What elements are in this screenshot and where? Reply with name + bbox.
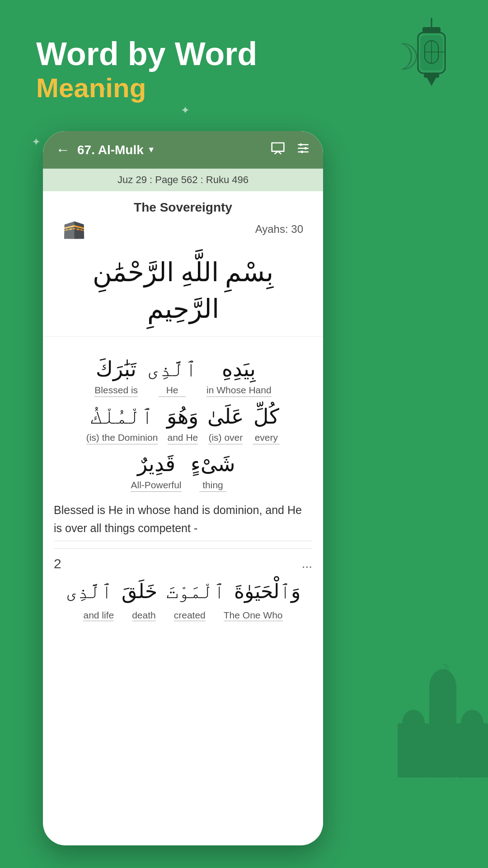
app-header: ← 67. Al-Mulk ▼: [43, 131, 323, 169]
bismillah-text: بِسْمِ اللَّهِ الرَّحْمَٰنِ الرَّحِيمِ: [54, 254, 312, 327]
word-item: ٱلَّذِى He: [147, 356, 197, 397]
word-meaning: in Whose Hand: [206, 385, 272, 397]
svg-point-19: [300, 143, 302, 146]
back-button[interactable]: ←: [56, 142, 70, 158]
header-right: [271, 141, 310, 159]
ayah2-arabic-row: وَٱلْحَيَوٰةَ ٱلْمَوْتَ خَلَقَ ٱلَّذِى: [54, 575, 312, 606]
arabic-word: وَٱلْحَيَوٰةَ: [234, 579, 300, 604]
juz-info-bar: Juz 29 : Page 562 : Ruku 496: [43, 169, 323, 191]
word-meaning: (is) over: [208, 432, 243, 444]
arabic-word: ٱلَّذِى: [66, 579, 113, 604]
svg-point-12: [402, 710, 425, 737]
ayah1-arabic-row2: كُلِّ every عَلَىٰ (is) over وَهُوَ and …: [54, 399, 312, 446]
arabic-word: وَهُوَ: [167, 403, 198, 430]
arabic-word: كُلِّ: [253, 403, 279, 430]
svg-point-14: [461, 710, 483, 737]
word-item: ٱلْمَوْتَ: [166, 579, 225, 604]
arabic-word: تَبَٰرَكَ: [96, 356, 136, 383]
main-subtitle: Meaning: [36, 72, 257, 104]
arabic-word: ٱلْمَوْتَ: [166, 579, 225, 604]
header-left: ← 67. Al-Mulk ▼: [56, 142, 155, 158]
svg-point-10: [429, 669, 456, 705]
word-item: قَدِيرٌ All-Powerful: [131, 451, 181, 492]
main-title: Word by Word: [36, 36, 257, 72]
svg-rect-7: [424, 73, 439, 78]
word-item: وَٱلْحَيَوٰةَ: [234, 579, 300, 604]
quran-content-area: بِيَدِهِ in Whose Hand ٱلَّذِى He تَبَٰر…: [43, 337, 323, 632]
lantern-icon: [411, 18, 452, 90]
word-meaning: He: [159, 385, 186, 397]
surah-english-name: The Sovereignty: [54, 200, 312, 215]
svg-rect-11: [398, 723, 429, 778]
arabic-word: قَدِيرٌ: [137, 451, 175, 478]
svg-rect-13: [456, 723, 488, 778]
sparkle-icon: ✦: [32, 136, 41, 148]
word-item: تَبَٰرَكَ Blessed is: [94, 356, 138, 397]
word-meaning: Blessed is: [94, 385, 138, 397]
svg-point-21: [301, 151, 303, 153]
word-item: عَلَىٰ (is) over: [207, 403, 244, 444]
settings-icon[interactable]: [296, 141, 310, 159]
surah-name-label: 67. Al-Mulk: [77, 143, 144, 157]
word-meaning: The One Who: [224, 610, 283, 621]
ayah2-meanings-row: and life death created The One Who: [54, 606, 312, 625]
svg-rect-3: [420, 35, 443, 71]
arabic-word: خَلَقَ: [122, 579, 157, 604]
kaaba-icon: 🕋: [63, 218, 85, 240]
svg-rect-2: [418, 33, 445, 73]
svg-rect-1: [422, 27, 441, 33]
svg-text:☽: ☽: [437, 661, 450, 676]
crescent-moon-icon: ☽: [388, 36, 420, 78]
word-meaning: every: [253, 432, 280, 444]
word-meaning: (is) the Dominion: [86, 432, 158, 444]
svg-point-20: [305, 147, 307, 149]
surah-info-section: The Sovereignty 🕋 Ayahs: 30: [43, 191, 323, 245]
juz-info-text: Juz 29 : Page 562 : Ruku 496: [117, 174, 249, 185]
word-item: ٱلَّذِى: [66, 579, 113, 604]
arabic-word: ٱلَّذِى: [147, 356, 197, 383]
word-meaning: created: [174, 610, 206, 621]
word-item: كُلِّ every: [253, 403, 280, 444]
word-meaning: thing: [199, 480, 226, 492]
sparkle-icon: ✦: [181, 104, 190, 117]
surah-title-button[interactable]: 67. Al-Mulk ▼: [77, 143, 155, 157]
arabic-word: عَلَىٰ: [207, 403, 244, 430]
surah-meta: 🕋 Ayahs: 30: [54, 218, 312, 240]
ayah2-number-row: 2 ...: [54, 549, 312, 575]
ayah1-arabic-row3: شَىْءٍ thing قَدِيرٌ All-Powerful: [54, 446, 312, 494]
arabic-word: ٱلْمُلْكُ: [90, 403, 154, 430]
word-item: ٱلْمُلْكُ (is) the Dominion: [86, 403, 158, 444]
ayahs-count: Ayahs: 30: [255, 223, 303, 236]
bismillah-section: بِسْمِ اللَّهِ الرَّحْمَٰنِ الرَّحِيمِ: [43, 245, 323, 337]
ayah1-row1: بِيَدِهِ in Whose Hand ٱلَّذِى He تَبَٰر…: [54, 344, 312, 548]
ayah-number: 2: [54, 556, 61, 571]
word-item: وَهُوَ and He: [167, 403, 198, 444]
arabic-word: شَىْءٍ: [191, 451, 235, 478]
ayah1-translation: Blessed is He in whose hand is dominion,…: [54, 494, 312, 541]
word-item: خَلَقَ: [122, 579, 157, 604]
svg-marker-8: [427, 78, 436, 86]
word-meaning: and life: [83, 610, 114, 621]
word-meaning: All-Powerful: [131, 480, 181, 492]
word-item: شَىْءٍ thing: [191, 451, 235, 492]
arabic-word: بِيَدِهِ: [222, 356, 256, 383]
svg-rect-9: [429, 687, 456, 778]
dropdown-icon: ▼: [147, 145, 155, 155]
ayah1-arabic-row1: بِيَدِهِ in Whose Hand ٱلَّذِى He تَبَٰر…: [54, 351, 312, 399]
bookmark-icon[interactable]: [271, 141, 285, 159]
page-header: Word by Word Meaning: [36, 36, 257, 104]
word-meaning: and He: [168, 432, 198, 444]
phone-screen: ← 67. Al-Mulk ▼: [43, 131, 323, 845]
mosque-icon: ☽: [398, 597, 488, 778]
phone-frame: ← 67. Al-Mulk ▼: [43, 131, 323, 845]
word-item: بِيَدِهِ in Whose Hand: [206, 356, 272, 397]
word-meaning: death: [132, 610, 156, 621]
svg-rect-4: [425, 41, 438, 63]
more-options-button[interactable]: ...: [302, 557, 312, 571]
